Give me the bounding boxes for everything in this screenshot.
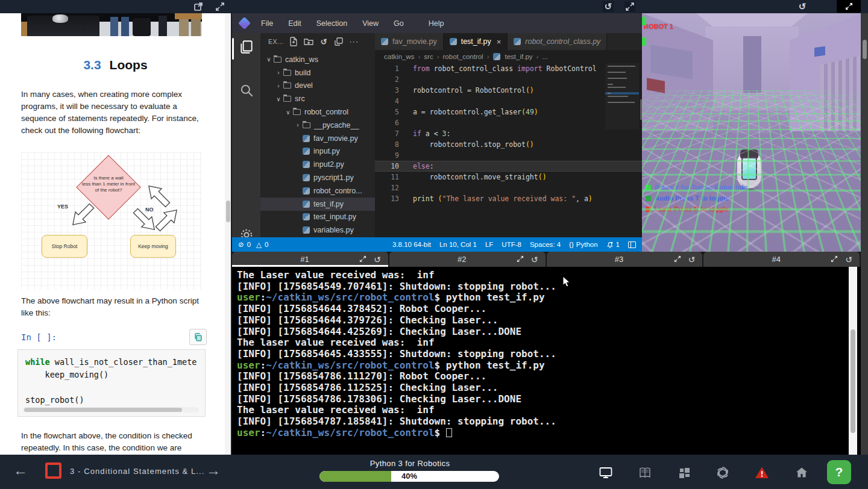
line-number: 4 [375,96,399,107]
tree-item-label: test_input.py [313,213,356,221]
terminal-scrollbar-thumb[interactable] [851,329,855,433]
tree-item-robot-contro-[interactable]: robot_contro... [260,184,375,198]
refresh-explorer-icon[interactable]: ↺ [319,37,329,46]
menu-edit[interactable]: Edit [285,18,305,29]
help-button[interactable]: ? [827,460,851,484]
tree-item-devel[interactable]: ›devel [260,79,375,93]
notifications-bell[interactable]: 1 [606,241,620,248]
previous-unit-button[interactable]: ← [13,462,28,479]
breadcrumb[interactable]: catkin_ws›src›robot_control›test_if.py›.… [375,50,642,63]
breadcrumb-item[interactable]: ... [542,53,548,60]
tree-item-fav-movie-py[interactable]: fav_movie.py [260,132,375,145]
status-item[interactable]: LF [485,241,493,248]
breadcrumb-item[interactable]: test_if.py [505,53,533,60]
close-tab-icon[interactable]: × [497,37,502,46]
language-mode[interactable]: {}Python [569,241,598,248]
robot-name-label: ROBOT 1 [644,23,673,30]
tree-item-variables-py[interactable]: variables.py [260,223,375,237]
status-info-items[interactable]: 3.8.10 64-bitLn 10, Col 1LFUTF-8Spaces: … [392,241,561,248]
unit-status-icon[interactable] [45,463,61,479]
collapse-folders-icon[interactable] [334,37,344,46]
tree-item-pyscript1-py[interactable]: pyscript1.py [260,171,375,184]
menu-selection[interactable]: Selection [313,18,351,29]
minimap[interactable] [605,63,639,129]
terminal-expand-icon[interactable] [359,254,366,265]
terminal-line: [INFO] [1756854644.425269]: Checking Las… [237,326,556,338]
editor-tab-robot-control-class-py[interactable]: robot_control_class.py [508,33,607,50]
menu-file[interactable]: File [257,18,277,29]
sim-hotkey-row: Laser Press R to toggle [646,205,747,213]
status-item[interactable]: 3.8.10 64-bit [392,241,431,248]
menu-help[interactable]: Help [425,18,448,29]
notebook-scrollbar-thumb[interactable] [226,201,230,222]
tree-item-test-if-py[interactable]: test_if.py [260,198,375,211]
sim-reload-icon[interactable]: ↺ [797,1,808,12]
tree-item-robot-control[interactable]: ∨robot_control [260,105,375,119]
terminal-reload-icon[interactable]: ↺ [374,255,381,264]
terminal-output[interactable]: The Laser value received was: inf[INFO] … [232,267,868,455]
ide-expand-icon[interactable] [624,1,635,12]
notebook-expand-icon[interactable] [215,1,225,12]
notebook-scrollbar[interactable] [225,13,231,455]
apps-grid-icon[interactable] [677,466,691,480]
ide-logo-icon[interactable] [238,17,251,30]
terminal-tab-4[interactable]: #4↺ [703,252,860,267]
terminal-expand-icon[interactable] [517,254,524,265]
terminal-scrollbar[interactable] [849,267,857,455]
terminal-tab-3[interactable]: #3↺ [547,252,703,267]
desktop-view-icon[interactable] [599,466,613,480]
menu-view[interactable]: View [359,18,382,29]
copy-code-button[interactable] [189,329,207,345]
warning-icon[interactable] [755,466,769,480]
notebook-open-external-icon[interactable] [193,1,204,12]
home-icon[interactable] [794,466,809,480]
terminal-tab-label: #4 [703,255,831,264]
next-unit-button[interactable]: → [206,462,221,479]
sim-expand-icon[interactable] [837,0,861,13]
code-editor[interactable]: 1from robot_control_class import RobotCo… [375,63,642,237]
code-cell-scrollbar[interactable] [23,407,199,413]
terminal-reload-icon[interactable]: ↺ [688,255,696,264]
more-actions-icon[interactable]: ··· [349,37,359,46]
terminal-expand-icon[interactable] [674,254,681,265]
tree-item-input2-py[interactable]: input2.py [260,158,375,171]
new-folder-icon[interactable] [304,37,313,46]
status-item[interactable]: UTF-8 [502,241,521,248]
terminal-tab-1[interactable]: #1↺ [232,252,388,267]
terminal-expand-icon[interactable] [831,254,838,265]
tree-item-src[interactable]: ∨src [260,92,375,105]
folder-icon [274,57,281,63]
code-cell[interactable]: while wall_is_not_closer_than_1mete keep… [17,349,206,417]
right-pane-scrollbar[interactable] [861,13,868,455]
notebook-book-icon[interactable] [638,466,652,480]
problems-status[interactable]: ⊘ 0 △ 0 [238,240,268,249]
tree-item-catkin-ws[interactable]: ∨catkin_ws [260,53,375,66]
tree-item-input-py[interactable]: input.py [260,145,375,158]
status-item[interactable]: Ln 10, Col 1 [439,241,477,248]
python-file-icon [450,38,457,45]
terminal-reload-icon[interactable]: ↺ [531,255,538,264]
new-file-icon[interactable] [289,37,298,46]
menu-go[interactable]: Go [390,18,407,29]
status-item[interactable]: Spaces: 4 [530,241,561,248]
explorer-icon[interactable] [239,39,254,55]
terminal-lines: The Laser value received was: inf[INFO] … [237,270,556,439]
editor-tab-test-if-py[interactable]: test_if.py× [444,33,508,50]
breadcrumb-item[interactable]: robot_control [443,53,483,60]
active-view-indicator [232,38,234,60]
terminal-reload-icon[interactable]: ↺ [845,255,852,264]
code-line: 5a = robotcontrol.get_laser(49) [375,107,642,117]
ide-reload-icon[interactable]: ↺ [603,1,614,12]
tree-item--pycache-[interactable]: ›__pycache__ [260,119,375,132]
search-icon[interactable] [239,83,254,98]
terminal-tab-2[interactable]: #2↺ [389,252,546,267]
editor-tab-fav-movie-py[interactable]: fav_movie.py [375,33,444,50]
tree-item-build[interactable]: ›build [260,66,375,79]
breadcrumb-item[interactable]: src [424,53,433,60]
tree-item-test-input-py[interactable]: test_input.py [260,211,375,224]
python-file-icon [514,38,521,45]
openai-icon[interactable] [715,466,730,480]
editor-layout-icon[interactable] [628,241,636,248]
simulation-viewport[interactable]: ROBOT 1 Press Y for Toggle Robot InfoAud… [642,13,861,252]
breadcrumb-item[interactable]: catkin_ws [384,53,415,60]
